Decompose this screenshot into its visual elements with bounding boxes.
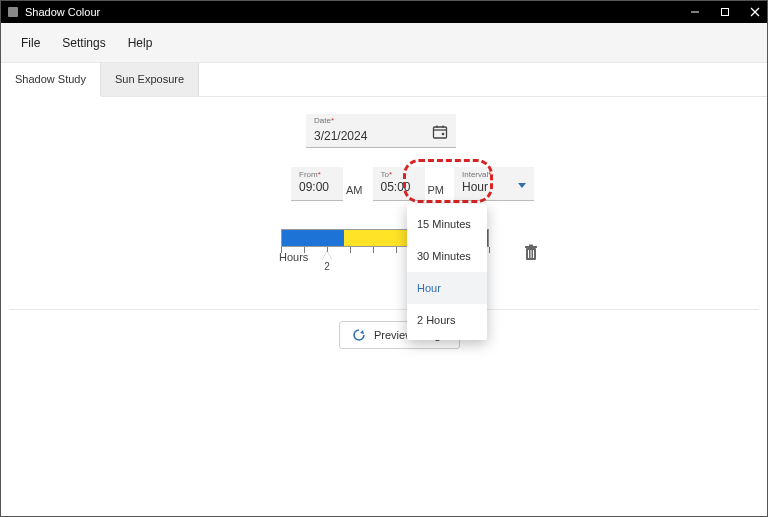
to-value: 05:00: [381, 180, 417, 194]
from-label: From: [299, 170, 335, 179]
calendar-icon[interactable]: [432, 124, 448, 140]
menu-settings[interactable]: Settings: [62, 36, 105, 50]
interval-value: Hour: [462, 180, 491, 194]
date-field[interactable]: Date* 3/21/2024: [306, 114, 456, 148]
hours-marker-2[interactable]: [322, 251, 332, 260]
tab-sun-exposure[interactable]: Sun Exposure: [101, 63, 199, 96]
interval-dropdown: 15 Minutes 30 Minutes Hour 2 Hours: [407, 204, 487, 340]
to-ampm: PM: [428, 184, 445, 201]
tab-shadow-study[interactable]: Shadow Study: [1, 63, 101, 97]
trash-icon[interactable]: [523, 244, 539, 262]
close-button[interactable]: [749, 6, 761, 18]
interval-option-hour[interactable]: Hour: [407, 272, 487, 304]
interval-field[interactable]: Interval Hour: [454, 167, 534, 201]
to-label: To: [381, 170, 417, 179]
from-ampm: AM: [346, 184, 363, 201]
interval-option-15min[interactable]: 15 Minutes: [407, 208, 487, 240]
app-icon: [7, 6, 19, 18]
minimize-button[interactable]: [689, 6, 701, 18]
tabbar: Shadow Study Sun Exposure: [1, 63, 767, 97]
interval-option-30min[interactable]: 30 Minutes: [407, 240, 487, 272]
time-row: From 09:00 AM To 05:00 PM Interval Hour: [291, 167, 534, 201]
svg-rect-0: [8, 7, 18, 17]
hours-seg-blue: [282, 230, 344, 246]
menubar: File Settings Help: [1, 23, 767, 63]
svg-rect-2: [722, 9, 729, 16]
interval-label: Interval: [462, 170, 491, 179]
date-label: Date: [314, 116, 331, 125]
svg-point-9: [442, 133, 445, 136]
interval-option-2hours[interactable]: 2 Hours: [407, 304, 487, 336]
menu-file[interactable]: File: [21, 36, 40, 50]
refresh-icon: [352, 328, 366, 342]
tick-label-2: 2: [324, 261, 330, 272]
svg-rect-5: [434, 127, 447, 138]
maximize-button[interactable]: [719, 6, 731, 18]
titlebar: Shadow Colour: [1, 1, 767, 23]
from-value: 09:00: [299, 180, 335, 194]
window-title: Shadow Colour: [25, 6, 689, 18]
to-field[interactable]: To 05:00: [373, 167, 425, 201]
section-divider: [9, 309, 759, 310]
date-value: 3/21/2024: [314, 129, 367, 143]
from-field[interactable]: From 09:00: [291, 167, 343, 201]
menu-help[interactable]: Help: [128, 36, 153, 50]
chevron-down-icon: [518, 178, 526, 192]
svg-rect-12: [529, 245, 533, 247]
